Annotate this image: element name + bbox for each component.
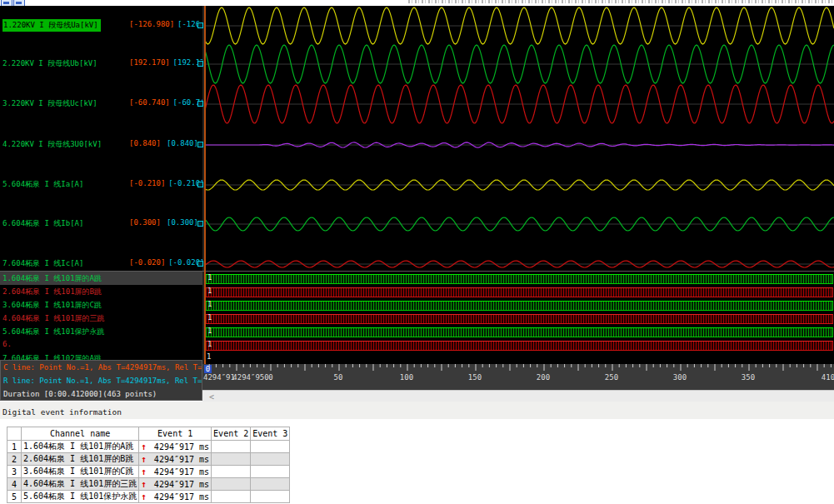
horizontal-scrollbar[interactable]: < [202, 390, 834, 402]
channel-handle-icon[interactable] [197, 61, 203, 67]
event-time: 4294″917 ms [154, 467, 209, 477]
digital-value: 1 [207, 300, 212, 308]
analog-channel-row[interactable]: 5.604柘泉 I 线Ia[A][-0.210][-0.210] [0, 179, 202, 191]
digital-channel-row[interactable]: 3.604柘泉 I 线101屏的C跳 [0, 298, 202, 312]
event-1-cell: ↑4294″917 ms [139, 466, 212, 478]
event-channel-name: 3.604柘泉 I 线101屏的C跳 [22, 466, 139, 478]
channel-name: 4.220KV I 段母线3U0[kV] [2, 139, 102, 150]
clipped-title-text [408, 0, 834, 3]
table-header-row: Channel nameEvent 1Event 2Event 3 [7, 427, 290, 441]
analog-waveform-plot[interactable] [204, 6, 834, 272]
event-3-cell [251, 491, 290, 503]
event-row[interactable]: 55.604柘泉 I 线101保护永跳↑4294″917 ms [7, 491, 290, 503]
cursor-status-box: C line: Point No.=1, Abs T=4294917ms, Re… [0, 360, 202, 401]
analog-channel-row[interactable]: 3.220KV I 段母线Uc[kV][-60.740][-60.740] [0, 98, 202, 110]
digital-bar: 1 [205, 301, 833, 311]
event-3-cell [251, 478, 290, 491]
clipped-title-strip [0, 0, 834, 6]
analog-channel-row[interactable]: 6.604柘泉 I 线Ib[A][0.300][0.300] [0, 218, 202, 230]
digital-channel-name: 4.604柘泉 I 线101屏的三跳 [2, 313, 105, 324]
analog-channel-row[interactable]: 7.604柘泉 I 线Ic[A][-0.020][-0.020] [0, 258, 202, 270]
event-1-cell: ↑4294″917 ms [139, 478, 212, 491]
table-column-header: Event 2 [212, 427, 251, 441]
table-column-header: Channel name [22, 427, 139, 441]
channel-handle-icon[interactable] [197, 22, 203, 28]
digital-bar: 1 [205, 327, 833, 337]
axis-tick-label: 350 [742, 373, 755, 382]
event-1-cell: ↑4294″917 ms [139, 441, 212, 453]
digital-channel-name: 7.604柘泉 I 线102屏的A跳 [2, 353, 102, 360]
digital-channel-name: 2.604柘泉 I 线101屏的B跳 [2, 287, 102, 297]
channel-handle-icon[interactable] [197, 101, 203, 107]
event-channel-name: 4.604柘泉 I 线101屏的三跳 [22, 478, 139, 491]
digital-channel-name: 3.604柘泉 I 线101屏的C跳 [2, 300, 102, 311]
analog-channel-row[interactable]: 2.220KV I 段母线Ub[kV][192.170][192.170] [0, 58, 202, 70]
digital-waveform-plot[interactable]: 1111111 [204, 272, 834, 364]
digital-value: 1 [207, 313, 212, 322]
cursor-line[interactable] [204, 6, 206, 364]
axis-tick-label: 250 [605, 373, 618, 382]
channel-list-panel: 1.220KV I 段母线Ua[kV][-126.980][-126.980]2… [0, 6, 202, 360]
waveform-canvas [204, 6, 834, 272]
channel-handle-icon[interactable] [197, 142, 203, 147]
event-2-cell [212, 453, 251, 466]
event-2-cell [212, 441, 251, 453]
event-row[interactable]: 33.604柘泉 I 线101屏的C跳↑4294″917 ms [7, 466, 290, 478]
axis-tick-label: 410 [822, 373, 834, 382]
channel-name: 7.604柘泉 I 线Ic[A] [2, 258, 83, 269]
event-row[interactable]: 11.604柘泉 I 线101屏的A跳↑4294″917 ms [7, 441, 290, 453]
axis-tick-label: 100 [400, 373, 413, 382]
ruler-ticks [202, 364, 834, 372]
event-row[interactable]: 22.604柘泉 I 线101屏的B跳↑4294″917 ms [7, 453, 290, 466]
event-row-number: 5 [7, 491, 22, 503]
digital-channel-row[interactable]: 4.604柘泉 I 线101屏的三跳 [0, 312, 202, 325]
axis-tick-label: 50 [334, 373, 343, 382]
channel-handle-icon[interactable] [197, 221, 203, 227]
channel-value-primary: [0.300] [129, 218, 161, 227]
digital-channel-row[interactable]: 1.604柘泉 I 线101屏的A跳 [0, 272, 202, 285]
toolbar-glyph [3, 2, 9, 4]
channel-handle-icon[interactable] [197, 261, 203, 267]
digital-channel-row[interactable]: 2.604柘泉 I 线101屏的B跳 [0, 285, 202, 298]
rising-edge-icon: ↑ [141, 467, 147, 477]
c-line-status: C line: Point No.=1, Abs T=4294917ms, Re… [3, 363, 202, 372]
digital-channel-row[interactable]: 5.604柘泉 I 线101保护永跳 [0, 325, 202, 338]
axis-tick-label: 4294″950 [232, 373, 268, 382]
event-3-cell [251, 466, 290, 478]
digital-channel-row[interactable]: 7.604柘泉 I 线102屏的A跳 [0, 352, 202, 360]
rising-edge-icon: ↑ [141, 442, 147, 452]
axis-tick-label: 4294″91 [203, 373, 235, 382]
rising-edge-icon: ↑ [141, 454, 147, 465]
event-2-cell [212, 491, 251, 503]
digital-event-table: Channel nameEvent 1Event 2Event 3 11.604… [7, 427, 290, 503]
event-row-number: 2 [7, 453, 22, 466]
digital-channel-name: 1.604柘泉 I 线101屏的A跳 [2, 273, 102, 284]
digital-value: 1 [207, 352, 211, 361]
channel-value-primary: [-126.980] [129, 20, 174, 28]
event-channel-name: 2.604柘泉 I 线101屏的B跳 [22, 453, 139, 466]
channel-name: 2.220KV I 段母线Ub[kV] [2, 58, 97, 69]
axis-tick-label: 200 [537, 373, 550, 382]
event-2-cell [212, 478, 251, 491]
event-row[interactable]: 44.604柘泉 I 线101屏的三跳↑4294″917 ms [7, 478, 290, 491]
digital-bar: 1 [205, 274, 833, 284]
event-channel-name: 1.604柘泉 I 线101屏的A跳 [22, 441, 139, 453]
channel-value-secondary: [0.300] [167, 218, 198, 227]
section-title: Digital event information [2, 407, 122, 417]
analog-channel-row[interactable]: 4.220KV I 段母线3U0[kV][0.840][0.840] [0, 139, 202, 151]
table-column-header [7, 427, 22, 441]
digital-bar: 1 [205, 341, 833, 351]
digital-bar: 1 [205, 287, 833, 297]
digital-channel-row[interactable]: 6. [0, 338, 202, 352]
analog-channel-row[interactable]: 1.220KV I 段母线Ua[kV][-126.980][-126.980] [0, 20, 202, 32]
channel-handle-icon[interactable] [197, 182, 203, 187]
channel-name: 3.220KV I 段母线Uc[kV] [2, 98, 97, 109]
rising-edge-icon: ↑ [141, 492, 147, 502]
scroll-left-icon[interactable]: < [209, 392, 214, 402]
axis-tick-label: 150 [468, 373, 482, 382]
digital-value: 1 [207, 327, 212, 335]
digital-channel-name: 6. [2, 340, 12, 348]
channel-value-primary: [-60.740] [129, 98, 170, 107]
duration-status: Duration [0:00.412000](463 points) [3, 390, 157, 398]
channel-value-primary: [-0.020] [129, 258, 165, 267]
